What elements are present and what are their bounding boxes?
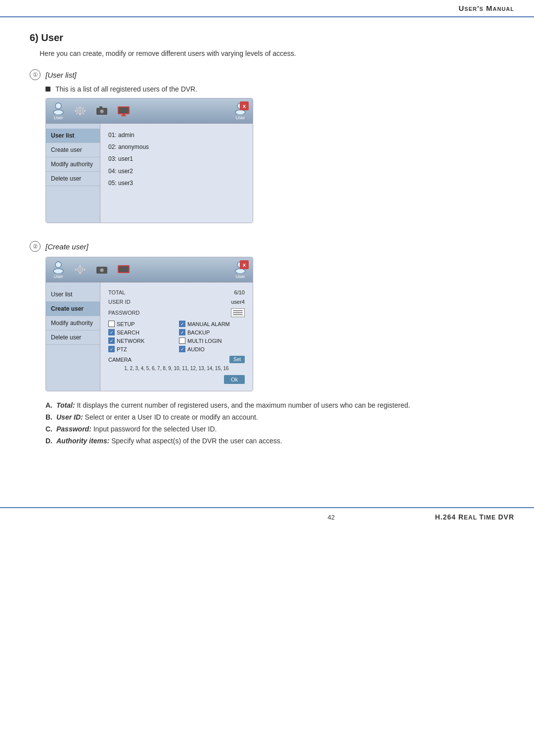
svg-point-3 — [79, 110, 81, 112]
sidebar-item-createuser-2[interactable]: Create user — [46, 302, 100, 316]
svg-rect-19 — [121, 115, 126, 116]
dvr-panel-userlist: User — [45, 98, 253, 223]
dvr-main-userlist: 01: admin 02: anonymous 03: user1 04: us… — [100, 124, 253, 223]
note-d: D. Authority items: Specify what aspect(… — [45, 437, 504, 445]
note-b-letter: B. — [45, 413, 52, 421]
userid-value: user4 — [148, 299, 245, 305]
chk-ptz[interactable] — [108, 346, 115, 352]
screen-icon-2 — [116, 263, 131, 276]
svg-rect-15 — [99, 106, 102, 108]
toolbar-gear-icon-2[interactable] — [73, 263, 88, 276]
bullet-icon — [45, 87, 50, 92]
svg-rect-5 — [79, 113, 81, 115]
note-a: A. Total: It displays the current number… — [45, 401, 504, 409]
notes-section: A. Total: It displays the current number… — [45, 401, 504, 445]
svg-rect-38 — [233, 312, 243, 313]
checkbox-network[interactable]: NETWORK — [108, 337, 174, 344]
user-entry-3: 03: user1 — [108, 154, 245, 164]
camera-icon — [94, 104, 109, 117]
sidebar-item-modifyauth[interactable]: Modify authority — [46, 157, 100, 172]
subsection-user-list: ① [User list] This is a list of all regi… — [30, 69, 504, 223]
checkbox-search[interactable]: SEARCH — [108, 329, 174, 335]
dvr-body-2: User list Create user Modify authority D… — [46, 283, 253, 391]
intro-text: Here you can create, modify or remove di… — [40, 49, 504, 57]
svg-rect-34 — [119, 266, 129, 272]
dvr-toolbar-1: User — [46, 98, 253, 124]
ok-button[interactable]: Ok — [224, 375, 245, 384]
toolbar-screen-icon-2[interactable] — [116, 263, 131, 276]
sidebar-item-createuser[interactable]: Create user — [46, 143, 100, 157]
toolbar-camera-icon-2[interactable] — [94, 263, 109, 276]
header-title: User's Manual — [458, 4, 514, 12]
user-entry-2: 02: anonymous — [108, 142, 245, 152]
userid-label: USER ID — [108, 299, 148, 305]
svg-rect-26 — [79, 265, 81, 267]
sidebar-item-userlist[interactable]: User list — [46, 129, 100, 143]
camera-set-button[interactable]: Set — [229, 356, 245, 363]
subsection-label-1: [User list] — [45, 71, 77, 79]
password-input[interactable] — [231, 308, 245, 317]
total-row: TOTAL 6/10 — [108, 289, 245, 295]
user-entry-1: 01: admin — [108, 131, 245, 140]
sidebar-item-deleteuser-2[interactable]: Delete user — [46, 331, 100, 345]
chk-network[interactable] — [108, 337, 115, 344]
toolbar-gear-icon[interactable] — [73, 104, 88, 117]
subsection-header-1: ① [User list] — [30, 69, 504, 80]
svg-point-25 — [79, 269, 81, 271]
checkbox-ptz[interactable]: PTZ — [108, 346, 174, 352]
dvr-sidebar-1: User list Create user Modify authority D… — [46, 124, 100, 223]
subsection-create-user: ② [Create user] User — [30, 241, 504, 445]
sidebar-item-userlist-2[interactable]: User list — [46, 287, 100, 302]
svg-rect-28 — [75, 269, 77, 271]
checkbox-multi-login[interactable]: MULTI LOGIN — [179, 337, 245, 344]
sidebar-item-modifyauth-2[interactable]: Modify authority — [46, 316, 100, 331]
svg-rect-39 — [233, 314, 243, 315]
toolbar-screen-icon[interactable] — [116, 104, 131, 117]
sidebar-item-deleteuser[interactable]: Delete user — [46, 172, 100, 186]
svg-point-0 — [55, 103, 61, 109]
dvr-panel-createuser: User — [45, 257, 253, 391]
toolbar-user-icon[interactable]: User — [51, 101, 66, 120]
password-label: PASSWORD — [108, 310, 148, 316]
circle-num-1: ① — [30, 69, 41, 80]
svg-rect-6 — [75, 110, 77, 112]
checkbox-audio[interactable]: AUDIO — [179, 346, 245, 352]
chk-multi-login[interactable] — [179, 337, 185, 344]
checkbox-manual-alarm[interactable]: MANUAL ALARM — [179, 321, 245, 327]
footer-title: H.264 REAL TIME DVR — [435, 513, 514, 521]
note-d-text: Authority items: Specify what aspect(s) … — [56, 437, 282, 445]
chk-setup[interactable] — [108, 321, 115, 327]
footer-title-text: H.264 REAL TIME DVR — [435, 513, 514, 521]
subsection-header-2: ② [Create user] — [30, 241, 504, 252]
close-button-1[interactable]: x — [240, 101, 249, 110]
svg-rect-11 — [82, 107, 84, 109]
chk-manual-alarm[interactable] — [179, 321, 185, 327]
chk-audio[interactable] — [179, 346, 185, 352]
checkbox-setup[interactable]: SETUP — [108, 321, 174, 327]
note-c: C. Password: Input password for the sele… — [45, 425, 504, 433]
svg-point-32 — [101, 269, 103, 272]
note-c-letter: C. — [45, 425, 52, 433]
total-value: 6/10 — [148, 289, 245, 295]
close-button-2[interactable]: x — [240, 260, 249, 269]
camera-label: CAMERA — [108, 357, 132, 363]
toolbar-camera-icon[interactable] — [94, 104, 109, 117]
svg-point-23 — [53, 269, 63, 273]
svg-point-22 — [55, 262, 61, 268]
checkbox-backup[interactable]: BACKUP — [179, 329, 245, 335]
chk-search[interactable] — [108, 329, 115, 335]
camera-numbers: 1, 2, 3, 4, 5, 6, 7, 8, 9, 10, 11, 12, 1… — [108, 366, 245, 371]
user-entry-4: 04: user2 — [108, 167, 245, 176]
screen-icon — [116, 104, 131, 117]
toolbar-user-icon-2[interactable]: User — [51, 260, 66, 279]
gear-icon — [73, 104, 88, 117]
svg-rect-29 — [84, 269, 86, 271]
chk-backup[interactable] — [179, 329, 185, 335]
gear-icon-2 — [73, 263, 88, 276]
dvr-body-1: User list Create user Modify authority D… — [46, 124, 253, 223]
dvr-main-createuser: TOTAL 6/10 USER ID user4 PASSWORD — [100, 283, 253, 391]
bullet-row-1: This is a list of all registered users o… — [45, 85, 504, 93]
user-icon-2 — [51, 260, 66, 273]
dvr-sidebar-2: User list Create user Modify authority D… — [46, 283, 100, 391]
note-b-text: User ID: Select or enter a User ID to cr… — [56, 413, 258, 421]
